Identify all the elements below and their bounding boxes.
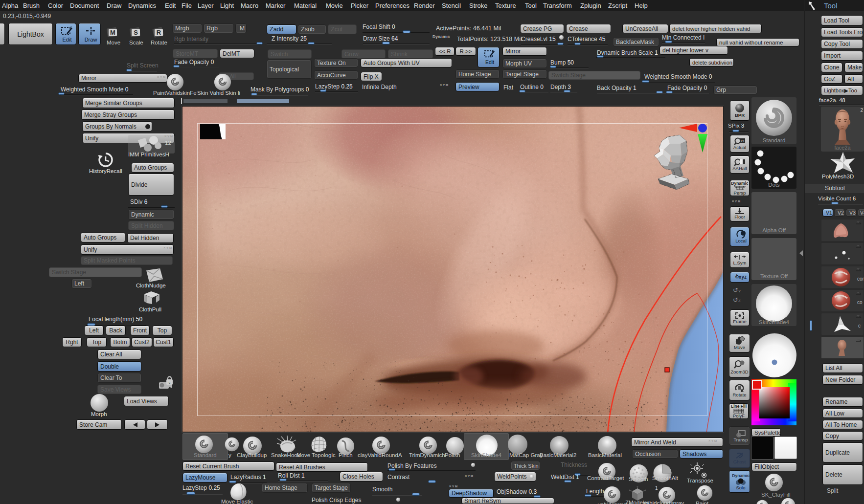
svg-text:c: c <box>169 381 171 384</box>
svg-text:x1: x1 <box>741 139 745 143</box>
svg-text:M: M <box>110 29 115 36</box>
svg-text:S: S <box>134 29 138 36</box>
svg-text:R: R <box>157 29 161 36</box>
